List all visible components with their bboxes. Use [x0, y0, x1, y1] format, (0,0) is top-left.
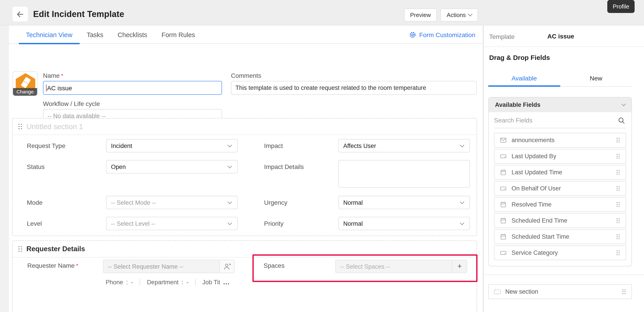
available-field-item[interactable]: Service Category: [494, 245, 626, 260]
field-select[interactable]: Normal: [338, 196, 470, 209]
available-fields-panel: Available Fields Search Fields announcem…: [488, 97, 632, 266]
field-select[interactable]: -- Select Mode --: [106, 196, 238, 209]
search-fields-row: Search Fields: [494, 112, 626, 128]
change-icon-button[interactable]: Change: [13, 88, 37, 96]
back-button[interactable]: [12, 7, 28, 21]
drag-handle-icon[interactable]: [18, 246, 22, 252]
page-title: Edit Incident Template: [33, 9, 124, 19]
available-field-item[interactable]: announcements: [494, 133, 626, 148]
gear-icon: [409, 31, 416, 38]
required-asterisk: *: [76, 262, 78, 269]
workflow-label: Workflow / Life cycle: [43, 100, 100, 107]
available-field-item[interactable]: Last Updated Time: [494, 165, 626, 180]
text-field-icon: [500, 185, 507, 192]
calendar-icon: [500, 169, 507, 176]
available-field-item[interactable]: On Behalf Of User: [494, 181, 626, 196]
chevron-down-icon: [460, 143, 464, 147]
available-fields-header[interactable]: Available Fields: [489, 97, 632, 112]
field-label: Level: [27, 217, 106, 227]
form-customization-link[interactable]: Form Customization: [409, 25, 475, 44]
form-field: Priority Normal: [245, 217, 477, 236]
section-title: Requester Details: [26, 245, 85, 253]
section-icon: [494, 290, 501, 294]
app-header: Edit Incident Template Preview Actions P…: [0, 0, 644, 25]
drag-handle-icon[interactable]: [622, 289, 626, 294]
tab-new[interactable]: New: [560, 70, 632, 86]
name-label: Name*: [43, 72, 63, 79]
tab-form-rules[interactable]: Form Rules: [154, 25, 202, 44]
actions-button[interactable]: Actions: [440, 8, 478, 21]
field-label: Impact: [264, 139, 338, 149]
section-untitled-1: Untitled section 1 Request Type Incident…: [12, 118, 477, 236]
profile-button[interactable]: Profile: [607, 0, 634, 13]
chevron-down-icon: [228, 164, 232, 168]
tab-tasks[interactable]: Tasks: [80, 25, 110, 44]
drag-handle-icon[interactable]: [616, 202, 620, 207]
available-field-item[interactable]: Scheduled Start Time: [494, 229, 626, 244]
form-field: Level -- Select Level --: [12, 217, 245, 236]
available-field-item[interactable]: Resolved Time: [494, 197, 626, 212]
calendar-icon: [500, 233, 507, 240]
text-caret: [46, 84, 46, 91]
person-plus-icon: [223, 262, 231, 271]
name-input[interactable]: AC issue: [43, 81, 222, 95]
drag-handle-icon[interactable]: [616, 250, 620, 255]
chevron-down-icon: [228, 143, 232, 147]
spaces-input[interactable]: -- Select Spaces --: [336, 260, 452, 273]
spaces-control: -- Select Spaces -- +: [335, 260, 467, 273]
field-label: Urgency: [264, 196, 338, 206]
required-asterisk: *: [61, 72, 63, 79]
drag-handle-icon[interactable]: [616, 234, 620, 239]
text-field-icon: [500, 153, 507, 160]
requester-name-control: -- Select Requester Name --: [103, 260, 234, 273]
sidebar-tabs: AvailableNew: [488, 70, 632, 87]
search-fields-input[interactable]: Search Fields: [494, 117, 532, 124]
field-textarea[interactable]: [338, 160, 470, 188]
tab-available[interactable]: Available: [488, 70, 560, 86]
template-value: AC issue: [547, 33, 574, 40]
field-select[interactable]: -- Select Level --: [106, 217, 238, 230]
main-panel: Technician ViewTasksChecklistsForm Rules…: [9, 25, 482, 312]
requester-meta-item: Department:-: [147, 279, 196, 286]
requester-name-input[interactable]: -- Select Requester Name --: [104, 260, 219, 273]
field-select[interactable]: Incident: [106, 139, 238, 153]
sidebar-divider: [484, 275, 644, 275]
text-field-icon: [500, 249, 507, 256]
add-space-button[interactable]: +: [452, 260, 467, 273]
drag-drop-title: Drag & Drop Fields: [489, 54, 550, 61]
template-info-row: Template AC issue: [484, 25, 644, 47]
tab-technician-view[interactable]: Technician View: [19, 25, 80, 44]
field-label: Priority: [264, 217, 338, 227]
drag-handle-icon[interactable]: [616, 138, 620, 143]
drag-handle-icon[interactable]: [616, 186, 620, 191]
calendar-icon: [500, 201, 507, 208]
available-field-item[interactable]: Scheduled End Time: [494, 213, 626, 228]
template-icon[interactable]: Change: [12, 71, 38, 96]
drag-handle-icon[interactable]: [616, 154, 620, 159]
comments-input[interactable]: This template is used to create request …: [231, 81, 476, 95]
requester-meta-row: Phone:-Department:-Job Tit...: [106, 279, 230, 286]
field-select[interactable]: Open: [106, 160, 238, 173]
section-fields-grid: Request Type Incident Impact Affects Use…: [12, 135, 476, 236]
drag-handle-icon[interactable]: [616, 170, 620, 175]
section-title: Untitled section 1: [26, 122, 83, 131]
requester-meta-item: Phone:-: [106, 279, 140, 286]
view-tabbar: Technician ViewTasksChecklistsForm Rules…: [9, 25, 482, 44]
template-label: Template: [489, 33, 515, 40]
new-section-item[interactable]: New section: [488, 284, 632, 299]
form-field: Request Type Incident: [12, 139, 245, 160]
section-header: Requester Details: [12, 241, 476, 258]
field-select[interactable]: Affects User: [338, 139, 470, 153]
available-field-item[interactable]: Last Updated By: [494, 149, 626, 163]
form-field: Impact Details: [245, 160, 477, 196]
drag-handle-icon[interactable]: [616, 218, 620, 223]
preview-button[interactable]: Preview: [404, 8, 437, 21]
search-icon[interactable]: [618, 117, 625, 124]
chevron-down-icon: [622, 102, 626, 106]
tab-checklists[interactable]: Checklists: [110, 25, 154, 44]
back-arrow-icon: [16, 10, 24, 18]
chevron-down-icon: [468, 12, 472, 16]
drag-handle-icon[interactable]: [18, 124, 22, 129]
add-requester-button[interactable]: [219, 260, 234, 273]
field-select[interactable]: Normal: [338, 217, 470, 230]
